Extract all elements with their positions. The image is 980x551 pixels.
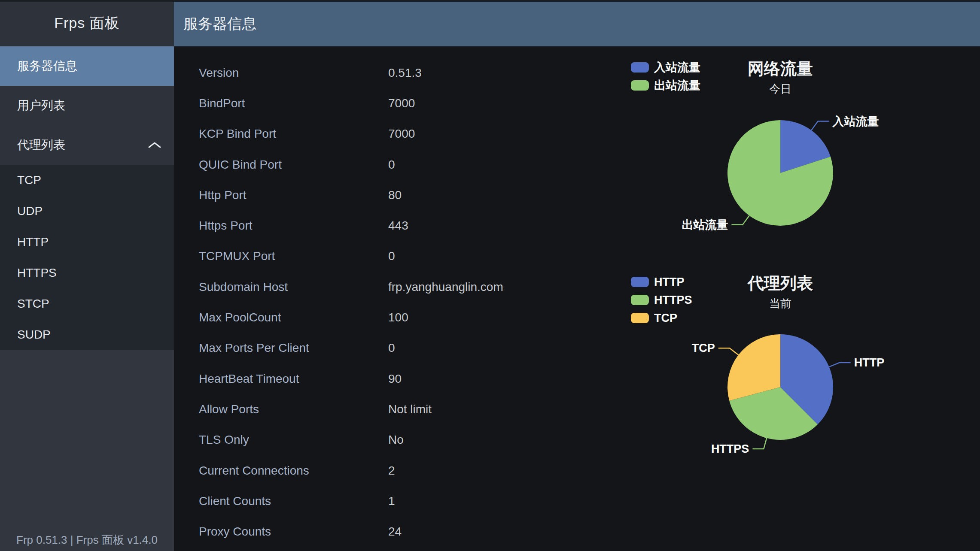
row-label: Https Port [199,219,388,233]
row-value: 0.51.3 [388,66,422,80]
row-value: 1 [388,494,395,508]
page-title: 服务器信息 [183,14,256,34]
row-value: 80 [388,188,402,202]
table-row: QUIC Bind Port0 [174,149,603,180]
server-info-table: Version0.51.3 BindPort7000 KCP Bind Port… [174,58,603,547]
row-value: 0 [388,341,395,355]
version-footer: Frp 0.51.3 | Frps 面板 v1.4.0 [0,533,174,548]
row-label: KCP Bind Port [199,127,388,141]
sidebar-item-server-info[interactable]: 服务器信息 [0,46,174,86]
table-row: Subdomain Hostfrp.yanghuanglin.com [174,272,603,302]
sidebar-item-label: 用户列表 [17,97,65,114]
pie-label-line [718,348,739,355]
row-label: Http Port [199,188,388,202]
pie-label-line [731,216,749,225]
row-value: No [388,433,404,447]
subitem-label: TCP [17,173,41,187]
row-value: 0 [388,249,395,263]
proxy-list-chart: 代理列表 当前 HTTP HTTPS TCP HTTPHTTPSTCP [604,265,980,508]
row-label: BindPort [199,97,388,110]
row-label: Max Ports Per Client [199,341,388,355]
table-row: TCPMUX Port0 [174,241,603,272]
window-top-edge [0,0,980,2]
proxy-pie[interactable]: HTTPHTTPSTCP [604,265,980,508]
row-label: Proxy Counts [199,525,388,539]
sidebar-item-label: 代理列表 [17,137,65,153]
row-value: 7000 [388,97,415,110]
row-label: QUIC Bind Port [199,158,388,172]
pie-label: TCP [692,342,715,354]
table-row: Proxy Counts24 [174,516,603,547]
page-header: 服务器信息 [174,2,980,46]
sidebar-item-label: 服务器信息 [17,58,77,74]
row-value: 0 [388,158,395,172]
pie-label: 出站流量 [682,218,728,231]
row-label: HeartBeat Timeout [199,372,388,386]
table-row: Http Port80 [174,180,603,210]
row-label: Allow Ports [199,403,388,416]
table-row: Client Counts1 [174,486,603,516]
sidebar-subitem-udp[interactable]: UDP [0,196,174,227]
table-row: BindPort7000 [174,88,603,118]
table-row: HeartBeat Timeout90 [174,363,603,394]
subitem-label: HTTPS [17,266,57,280]
row-value: 2 [388,464,395,478]
table-row: KCP Bind Port7000 [174,119,603,149]
pie-label-line [811,121,829,130]
row-label: Max PoolCount [199,311,388,324]
table-row: Version0.51.3 [174,58,603,88]
proxy-submenu: TCP UDP HTTP HTTPS STCP SUDP [0,165,174,350]
row-label: Client Counts [199,494,388,508]
sidebar-subitem-stcp[interactable]: STCP [0,288,174,319]
sidebar-subitem-http[interactable]: HTTP [0,227,174,257]
chevron-up-icon [147,141,162,149]
row-label: TLS Only [199,433,388,447]
table-row: Max PoolCount100 [174,302,603,333]
table-row: TLS OnlyNo [174,425,603,455]
row-value: 7000 [388,127,415,141]
sidebar-item-proxy-list[interactable]: 代理列表 [0,125,174,165]
row-value: 24 [388,525,402,539]
sidebar-subitem-tcp[interactable]: TCP [0,165,174,196]
sidebar-subitem-https[interactable]: HTTPS [0,257,174,288]
row-label: TCPMUX Port [199,249,388,263]
row-label: Current Connections [199,464,388,478]
table-row: Max Ports Per Client0 [174,333,603,363]
sidebar: Frps 面板 服务器信息 用户列表 代理列表 TCP UDP HTTP HTT… [0,0,174,551]
subitem-label: SUDP [17,328,51,342]
row-value: Not limit [388,403,432,416]
pie-label: HTTPS [711,442,749,455]
row-label: Version [199,66,388,80]
table-row: Allow PortsNot limit [174,394,603,424]
network-traffic-chart: 网络流量 今日 入站流量 出站流量 入站流量出站流量 [604,51,980,265]
app-title: Frps 面板 [0,0,174,46]
row-value: 90 [388,372,402,386]
subitem-label: UDP [17,204,43,218]
row-value: frp.yanghuanglin.com [388,280,503,294]
row-value: 443 [388,219,408,233]
pie-label-line [752,438,767,449]
row-label: Subdomain Host [199,280,388,294]
table-row: Current Connections2 [174,455,603,486]
pie-label-line [829,363,851,367]
sidebar-menu: 服务器信息 用户列表 代理列表 TCP UDP HTTP HTTPS STCP … [0,46,174,350]
pie-label: 入站流量 [832,115,879,128]
sidebar-item-user-list[interactable]: 用户列表 [0,86,174,125]
row-value: 100 [388,311,408,324]
sidebar-subitem-sudp[interactable]: SUDP [0,319,174,350]
pie-label: HTTP [854,356,885,369]
traffic-pie[interactable]: 入站流量出站流量 [604,51,980,265]
table-row: Https Port443 [174,210,603,241]
subitem-label: HTTP [17,235,49,249]
subitem-label: STCP [17,297,49,311]
